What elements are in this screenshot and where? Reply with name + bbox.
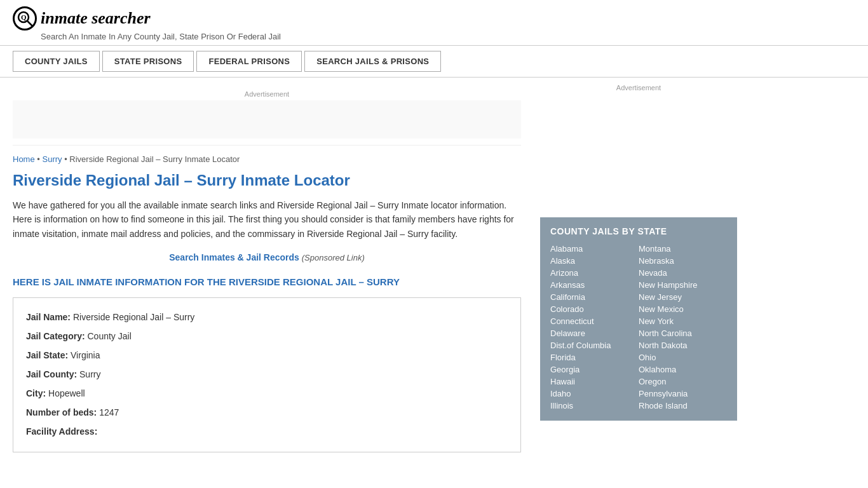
state-link[interactable]: New York [639,315,727,327]
sidebar-ad: Advertisement [540,84,737,211]
tagline: Search An Inmate In Any County Jail, Sta… [41,32,855,41]
state-link[interactable]: New Jersey [639,291,727,303]
beds-label: Number of beds: [26,407,97,417]
jail-category-row: Jail Category: County Jail [26,327,508,345]
state-link[interactable]: Alabama [550,243,639,255]
state-link[interactable]: Rhode Island [639,400,727,412]
jail-name-row: Jail Name: Riverside Regional Jail – Sur… [26,308,508,326]
page-title: Riverside Regional Jail – Surry Inmate L… [13,172,521,189]
beds-row: Number of beds: 1247 [26,403,508,421]
ad-space [13,100,521,139]
state-link[interactable]: Illinois [550,400,639,412]
navbar: COUNTY JAILS STATE PRISONS FEDERAL PRISO… [0,46,868,78]
section-heading: HERE IS JAIL INMATE INFORMATION FOR THE … [13,276,521,287]
state-link[interactable]: Georgia [550,363,639,376]
state-prisons-button[interactable]: STATE PRISONS [102,51,194,72]
state-link[interactable]: Oklahoma [639,363,727,376]
header: Q inmate searcher Search An Inmate In An… [0,0,868,46]
sponsored-link-area: Search Inmates & Jail Records (Sponsored… [13,252,521,262]
address-label: Facility Address: [26,426,97,437]
jail-category-label: Jail Category: [26,331,85,341]
svg-line-1 [27,21,32,25]
jail-county-row: Jail County: Surry [26,365,508,383]
state-link[interactable]: North Dakota [639,339,727,351]
state-link[interactable]: Nevada [639,267,727,279]
jail-county-label: Jail County: [26,369,77,379]
sponsored-link[interactable]: Search Inmates & Jail Records [169,252,299,262]
states-grid: AlabamaAlaskaArizonaArkansasCaliforniaCo… [550,243,727,412]
logo-area: Q inmate searcher [13,6,855,30]
breadcrumb: Home • Surry • Riverside Regional Jail –… [13,154,521,164]
search-jails-button[interactable]: SEARCH JAILS & PRISONS [304,51,441,72]
states-col1: AlabamaAlaskaArizonaArkansasCaliforniaCo… [550,243,639,412]
city-label: City: [26,388,46,398]
state-link[interactable]: North Carolina [639,327,727,339]
ad-banner: Advertisement [13,84,521,146]
jail-state-row: Jail State: Virginia [26,346,508,364]
content-wrap: Advertisement Home • Surry • Riverside R… [0,78,868,478]
state-link[interactable]: Delaware [550,327,639,339]
info-box: Jail Name: Riverside Regional Jail – Sur… [13,297,521,452]
state-link[interactable]: Oregon [639,376,727,388]
county-jails-button[interactable]: COUNTY JAILS [13,51,100,72]
county-jails-title: COUNTY JAILS BY STATE [550,226,727,236]
ad-label: Advertisement [13,90,521,98]
breadcrumb-current: Riverside Regional Jail – Surry Inmate L… [69,154,240,164]
address-row: Facility Address: [26,423,508,440]
state-link[interactable]: Dist.of Columbia [550,339,639,351]
city-row: City: Hopewell [26,384,508,402]
sidebar-ad-label: Advertisement [540,84,737,92]
sidebar: Advertisement COUNTY JAILS BY STATE Alab… [534,78,737,478]
states-col2: MontanaNebraskaNevadaNew HampshireNew Je… [639,243,727,412]
state-link[interactable]: Arizona [550,267,639,279]
jail-name-label: Jail Name: [26,312,71,322]
svg-text:Q: Q [21,13,27,21]
state-link[interactable]: Ohio [639,351,727,363]
state-link[interactable]: Hawaii [550,376,639,388]
breadcrumb-home[interactable]: Home [13,154,35,164]
jail-state-label: Jail State: [26,350,68,360]
county-jails-box: COUNTY JAILS BY STATE AlabamaAlaskaArizo… [540,217,737,421]
state-link[interactable]: Colorado [550,303,639,315]
state-link[interactable]: Montana [639,243,727,255]
main-content: Advertisement Home • Surry • Riverside R… [13,78,534,478]
logo-icon: Q [13,6,37,30]
state-link[interactable]: Connecticut [550,315,639,327]
state-link[interactable]: Florida [550,351,639,363]
state-link[interactable]: Nebraska [639,255,727,267]
state-link[interactable]: Pennsylvania [639,388,727,400]
state-link[interactable]: New Mexico [639,303,727,315]
state-link[interactable]: Arkansas [550,279,639,291]
breadcrumb-surry[interactable]: Surry [42,154,62,164]
state-link[interactable]: New Hampshire [639,279,727,291]
state-link[interactable]: Idaho [550,388,639,400]
body-text: We have gathered for you all the availab… [13,198,521,241]
logo-text: inmate searcher [41,9,151,28]
state-link[interactable]: Alaska [550,255,639,267]
state-link[interactable]: California [550,291,639,303]
federal-prisons-button[interactable]: FEDERAL PRISONS [196,51,302,72]
